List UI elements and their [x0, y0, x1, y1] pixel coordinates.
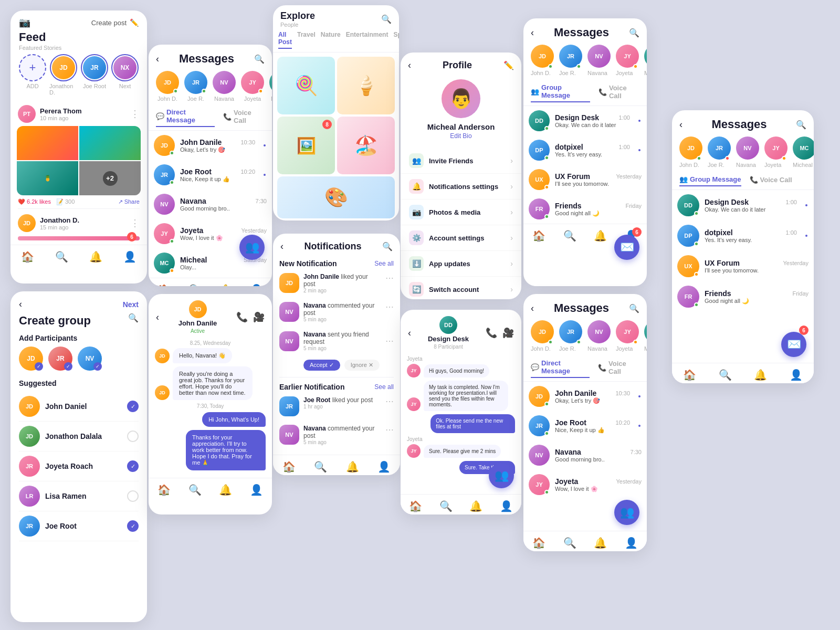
contact-item[interactable]: JD John D.: [531, 45, 554, 77]
tab-group-message[interactable]: 👥Group Message: [679, 175, 741, 186]
suggested-item[interactable]: JD John Daniel ✓: [19, 392, 139, 422]
contact-item[interactable]: JD John D.: [679, 136, 702, 169]
participant-avatar[interactable]: NV ✓: [78, 346, 102, 371]
back-button[interactable]: ‹: [19, 299, 22, 310]
contact-item[interactable]: JR Joe R.: [559, 45, 582, 77]
message-row[interactable]: DP dotpixel1:00 Yes. It's very easy.: [529, 135, 642, 165]
menu-photos-media[interactable]: 📷 Photos & media ›: [401, 200, 521, 225]
new-message-fab[interactable]: 👥: [239, 235, 265, 260]
message-row[interactable]: JD John Danile10:30 Okay, Let's try 🎯: [154, 131, 267, 160]
message-row[interactable]: JY JoyetaYesterday Wow, I love it 🌸: [529, 470, 642, 499]
message-fab[interactable]: ✉️: [614, 235, 639, 260]
tab-group-message[interactable]: 👥Group Message: [531, 83, 590, 102]
phone-icon[interactable]: 📞: [486, 327, 497, 339]
search-icon[interactable]: 🔍: [629, 303, 639, 313]
tab-direct-message[interactable]: 💬Direct Message: [531, 359, 590, 378]
search-icon[interactable]: 🔍: [381, 14, 392, 24]
tab-sports[interactable]: Sports: [393, 31, 399, 49]
contact-item[interactable]: JR Joe R.: [559, 320, 582, 353]
edit-icon[interactable]: ✏️: [130, 18, 139, 27]
explore-image-lollipop[interactable]: 🍭: [277, 57, 335, 114]
explore-image-icecream[interactable]: 🍦: [337, 57, 395, 114]
back-button[interactable]: ‹: [408, 328, 411, 339]
suggested-item[interactable]: JR Joe Root ✓: [19, 511, 139, 541]
next-button[interactable]: Next: [123, 300, 139, 309]
nav-search[interactable]: 🔍: [188, 284, 202, 286]
menu-notifications-settings[interactable]: 🔔 Notifications settings ›: [401, 174, 521, 200]
nav-bell[interactable]: 🔔: [219, 284, 232, 286]
story-item[interactable]: NX Next: [111, 54, 139, 96]
nav-bell[interactable]: 🔔: [594, 229, 607, 242]
story-item[interactable]: JR Joe Root: [81, 54, 108, 96]
tab-voice-call[interactable]: 📞Voice Call: [750, 175, 792, 186]
menu-invite-friends[interactable]: 👥 Invite Friends ›: [401, 148, 521, 174]
nav-bell[interactable]: 🔔: [89, 250, 102, 263]
message-row[interactable]: DP dotpixel1:00 Yes. It's very easy.: [677, 220, 808, 251]
contact-item[interactable]: JY Joyeta: [616, 320, 639, 353]
nav-home[interactable]: 🏠: [21, 250, 34, 263]
contact-item[interactable]: JR Joe R.: [708, 136, 731, 169]
accept-button[interactable]: Accept ✓: [303, 360, 340, 371]
suggested-item[interactable]: JD Jonathon Dalala: [19, 422, 139, 452]
search-icon[interactable]: 🔍: [629, 28, 639, 38]
check-circle-empty[interactable]: [127, 430, 139, 442]
nav-home[interactable]: 🏠: [532, 229, 545, 242]
message-fab[interactable]: ✉️: [781, 332, 806, 357]
nav-bell[interactable]: 🔔: [346, 460, 359, 473]
nav-search[interactable]: 🔍: [188, 484, 202, 496]
add-participant-fab[interactable]: 👥: [489, 463, 514, 488]
notification-item-friend-request[interactable]: NV Navana sent you friend request 5 min …: [273, 327, 400, 375]
nav-profile[interactable]: 👤: [500, 500, 513, 512]
phone-icon[interactable]: 📞: [236, 311, 248, 323]
contact-item[interactable]: JY Joyeta: [764, 136, 788, 169]
nav-home[interactable]: 🏠: [683, 369, 696, 381]
check-circle-empty[interactable]: [127, 490, 139, 502]
contact-item[interactable]: NV Navana: [736, 136, 759, 169]
menu-switch-account[interactable]: 🔄 Switch account ›: [401, 277, 521, 299]
search-icon[interactable]: 🔍: [382, 242, 393, 251]
suggested-item[interactable]: LR Lisa Ramen: [19, 481, 139, 511]
tab-voice-call[interactable]: 📞Voice Call: [598, 83, 639, 102]
back-button[interactable]: ‹: [156, 54, 159, 65]
check-circle-checked[interactable]: ✓: [127, 460, 139, 472]
story-item[interactable]: JD Jonathon D.: [49, 54, 78, 96]
contact-item[interactable]: NV Navana: [213, 71, 236, 102]
contact-item[interactable]: MC Micheal: [644, 320, 647, 353]
edit-icon[interactable]: ✏️: [503, 60, 514, 70]
notification-item[interactable]: JD John Danile liked your post 2 min ago…: [273, 269, 400, 298]
nav-home[interactable]: 🏠: [409, 500, 422, 512]
explore-image-beach[interactable]: 🏖️: [337, 117, 395, 174]
back-button[interactable]: ‹: [156, 312, 159, 323]
back-button[interactable]: ‹: [531, 27, 534, 38]
video-icon[interactable]: 🎥: [502, 327, 514, 339]
nav-search[interactable]: 🔍: [439, 500, 453, 512]
nav-bell[interactable]: 🔔: [754, 369, 767, 381]
participant-avatar[interactable]: JR ✓: [48, 346, 72, 371]
menu-app-updates[interactable]: ⬇️ App updates ›: [401, 251, 521, 277]
new-message-fab[interactable]: 👥: [614, 500, 639, 525]
contact-item[interactable]: JD John D.: [156, 71, 179, 102]
nav-profile[interactable]: 👤: [377, 460, 391, 473]
more-icon[interactable]: ⋯: [385, 302, 394, 312]
nav-profile[interactable]: 👤: [625, 537, 638, 549]
tab-nature[interactable]: Nature: [321, 31, 341, 49]
nav-home[interactable]: 🏠: [282, 460, 296, 473]
contact-item[interactable]: JD John D.: [531, 320, 554, 353]
see-all-new[interactable]: See all: [374, 260, 394, 267]
nav-home[interactable]: 🏠: [532, 537, 545, 549]
message-row[interactable]: NV Navana7:30 Good morning bro..: [154, 190, 267, 219]
nav-search[interactable]: 🔍: [719, 369, 732, 381]
nav-search[interactable]: 🔍: [55, 250, 68, 263]
menu-account-settings[interactable]: ⚙️ Account settings ›: [401, 225, 521, 251]
message-row[interactable]: FR FriendsFriday Good night all 🌙: [677, 281, 808, 312]
contact-item[interactable]: MC Micheal: [793, 136, 814, 169]
search-icon[interactable]: 🔍: [128, 313, 139, 323]
suggested-item[interactable]: JR Joyeta Roach ✓: [19, 452, 139, 481]
more-icon2[interactable]: ⋮: [130, 217, 140, 229]
back-button[interactable]: ‹: [280, 241, 284, 252]
video-icon[interactable]: 🎥: [253, 311, 265, 323]
more-icon[interactable]: ⋯: [385, 396, 394, 406]
nav-bell[interactable]: 🔔: [219, 484, 232, 496]
contact-item[interactable]: JY Joyeta: [241, 71, 264, 102]
nav-home[interactable]: 🏠: [158, 484, 171, 496]
